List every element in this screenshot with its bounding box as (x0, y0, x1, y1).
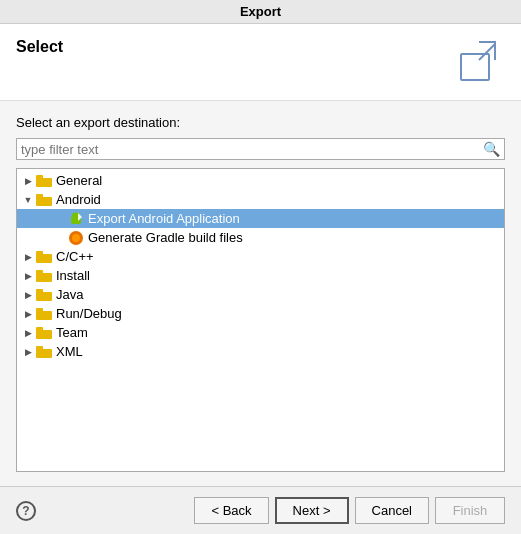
svg-rect-3 (36, 178, 52, 187)
svg-rect-5 (36, 197, 52, 206)
tree-item-export-android-app[interactable]: Export Android Application (17, 209, 504, 228)
footer-buttons: < Back Next > Cancel Finish (194, 497, 505, 524)
expand-icon-install[interactable]: ▶ (21, 269, 35, 283)
svg-rect-23 (36, 346, 43, 350)
footer-left: ? (16, 501, 36, 521)
item-label-run-debug: Run/Debug (56, 306, 122, 321)
item-label-general: General (56, 173, 102, 188)
item-label-java: Java (56, 287, 83, 302)
expand-icon-java[interactable]: ▶ (21, 288, 35, 302)
tree-item-generate-gradle[interactable]: Generate Gradle build files (17, 228, 504, 247)
svg-rect-14 (36, 273, 52, 282)
item-icon-team (35, 326, 53, 340)
expand-icon-run-debug[interactable]: ▶ (21, 307, 35, 321)
tree-item-install[interactable]: ▶Install (17, 266, 504, 285)
expand-icon-general[interactable]: ▶ (21, 174, 35, 188)
tree-item-java[interactable]: ▶Java (17, 285, 504, 304)
tree-item-run-debug[interactable]: ▶Run/Debug (17, 304, 504, 323)
expand-icon-android[interactable]: ▼ (21, 193, 35, 207)
dialog-content: Select an export destination: 🔍 ▶General… (0, 101, 521, 486)
back-button[interactable]: < Back (194, 497, 268, 524)
section-label: Select an export destination: (16, 115, 505, 130)
next-button[interactable]: Next > (275, 497, 349, 524)
item-icon-export-android-app (67, 212, 85, 226)
item-icon-cpp (35, 250, 53, 264)
filter-input[interactable] (21, 142, 483, 157)
svg-rect-18 (36, 311, 52, 320)
item-label-team: Team (56, 325, 88, 340)
item-icon-android (35, 193, 53, 207)
svg-rect-21 (36, 327, 43, 331)
dialog-header: Select (0, 24, 521, 101)
expand-icon-xml[interactable]: ▶ (21, 345, 35, 359)
svg-rect-15 (36, 270, 43, 274)
item-label-android: Android (56, 192, 101, 207)
svg-rect-12 (36, 254, 52, 263)
tree-item-cpp[interactable]: ▶C/C++ (17, 247, 504, 266)
item-icon-generate-gradle (67, 231, 85, 245)
item-icon-xml (35, 345, 53, 359)
svg-point-11 (72, 234, 80, 242)
filter-row: 🔍 (16, 138, 505, 160)
item-icon-java (35, 288, 53, 302)
cancel-button[interactable]: Cancel (355, 497, 429, 524)
svg-rect-20 (36, 330, 52, 339)
expand-icon-cpp[interactable]: ▶ (21, 250, 35, 264)
svg-rect-19 (36, 308, 43, 312)
svg-rect-17 (36, 289, 43, 293)
svg-line-1 (479, 44, 495, 60)
expand-icon-team[interactable]: ▶ (21, 326, 35, 340)
page-title: Select (16, 38, 63, 56)
svg-rect-0 (461, 54, 489, 80)
tree-item-general[interactable]: ▶General (17, 171, 504, 190)
export-icon (457, 38, 505, 86)
tree-item-team[interactable]: ▶Team (17, 323, 504, 342)
title-bar: Export (0, 0, 521, 24)
svg-rect-22 (36, 349, 52, 358)
item-icon-general (35, 174, 53, 188)
item-label-generate-gradle: Generate Gradle build files (88, 230, 243, 245)
item-label-cpp: C/C++ (56, 249, 94, 264)
svg-rect-4 (36, 175, 43, 179)
expand-icon-generate-gradle (53, 231, 67, 245)
svg-rect-16 (36, 292, 52, 301)
item-label-xml: XML (56, 344, 83, 359)
tree-container: ▶General▼AndroidExport Android Applicati… (16, 168, 505, 472)
tree-item-android[interactable]: ▼Android (17, 190, 504, 209)
help-button[interactable]: ? (16, 501, 36, 521)
item-label-export-android-app: Export Android Application (88, 211, 240, 226)
item-label-install: Install (56, 268, 90, 283)
svg-rect-13 (36, 251, 43, 255)
title-bar-label: Export (240, 4, 281, 19)
dialog: Select Select an export destination: 🔍 ▶… (0, 24, 521, 534)
finish-button[interactable]: Finish (435, 497, 505, 524)
item-icon-install (35, 269, 53, 283)
item-icon-run-debug (35, 307, 53, 321)
svg-rect-6 (36, 194, 43, 198)
expand-icon-export-android-app (53, 212, 67, 226)
filter-clear-icon[interactable]: 🔍 (483, 141, 500, 157)
dialog-footer: ? < Back Next > Cancel Finish (0, 486, 521, 534)
tree-item-xml[interactable]: ▶XML (17, 342, 504, 361)
